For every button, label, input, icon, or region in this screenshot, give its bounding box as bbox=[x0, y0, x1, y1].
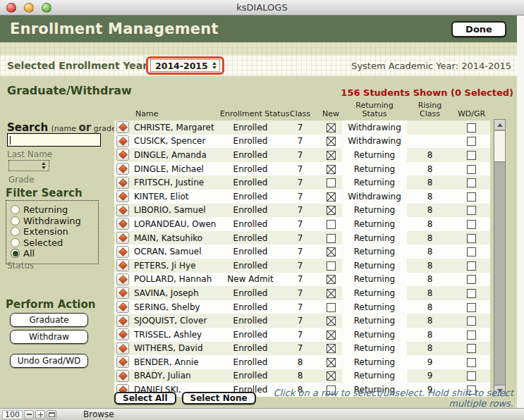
table-row[interactable]: SAVINA, JosephEnrolled7Returning8 bbox=[114, 286, 490, 300]
table-row[interactable]: DINGLE, AmandaEnrolled7Returning8 bbox=[114, 148, 490, 162]
table-row[interactable]: TRISSEL, AshleyEnrolled7Returning8 bbox=[114, 328, 490, 342]
withdraw-button[interactable]: Withdraw bbox=[10, 330, 88, 344]
wdgr-checkbox[interactable] bbox=[467, 192, 476, 202]
table-row[interactable]: BRADY, JulianEnrolled8Returning9 bbox=[114, 369, 490, 383]
student-detail-button[interactable] bbox=[116, 328, 129, 340]
graduate-button[interactable]: Graduate bbox=[10, 313, 88, 327]
done-button[interactable]: Done bbox=[451, 21, 506, 37]
wdgr-checkbox[interactable] bbox=[467, 220, 476, 229]
enrollment-year-select[interactable]: 2014-2015 bbox=[150, 59, 220, 72]
table-row[interactable]: MAIN, KatsuhikoEnrolled7Returning8 bbox=[114, 231, 490, 245]
wdgr-checkbox[interactable] bbox=[467, 151, 476, 160]
filter-option-withdrawing[interactable]: Withdrawing bbox=[11, 216, 94, 227]
student-detail-button[interactable] bbox=[116, 218, 129, 230]
table-row[interactable]: WITHERS, DavidEnrolled7Returning8 bbox=[114, 342, 490, 356]
student-detail-button[interactable] bbox=[116, 149, 129, 161]
new-checkbox[interactable] bbox=[327, 331, 336, 340]
table-row[interactable]: FRITSCH, JustineEnrolled7Returning8 bbox=[114, 175, 490, 190]
wdgr-checkbox[interactable] bbox=[467, 358, 476, 367]
wdgr-checkbox[interactable] bbox=[467, 234, 476, 243]
wdgr-checkbox[interactable] bbox=[467, 289, 476, 298]
wdgr-checkbox[interactable] bbox=[467, 123, 476, 132]
student-detail-button[interactable] bbox=[116, 190, 129, 202]
radio-button-icon[interactable] bbox=[11, 227, 20, 236]
table-row[interactable]: LORANDEAU, OwenEnrolled7Returning8 bbox=[114, 217, 490, 231]
new-checkbox[interactable] bbox=[327, 137, 336, 146]
filter-option-all[interactable]: All bbox=[11, 248, 94, 259]
radio-button-icon[interactable] bbox=[11, 205, 20, 214]
wdgr-checkbox[interactable] bbox=[467, 303, 476, 312]
table-row[interactable]: LIBORIO, SamuelEnrolled7Returning8 bbox=[114, 204, 490, 218]
new-checkbox[interactable] bbox=[327, 178, 336, 187]
new-checkbox[interactable] bbox=[327, 261, 336, 271]
table-row[interactable]: DINGLE, MichaelEnrolled7Returning8 bbox=[114, 162, 490, 176]
table-row[interactable]: SERING, ShelbyEnrolled7Returning8 bbox=[114, 300, 490, 314]
new-checkbox[interactable] bbox=[327, 358, 336, 367]
new-checkbox[interactable] bbox=[327, 123, 336, 132]
wdgr-checkbox[interactable] bbox=[467, 261, 476, 271]
filter-option-extension[interactable]: Extension bbox=[11, 226, 94, 237]
zoom-out-button[interactable] bbox=[24, 410, 34, 419]
table-row[interactable]: SJOQUIST, CloverEnrolled7Returning8 bbox=[114, 314, 490, 328]
wdgr-checkbox[interactable] bbox=[467, 344, 476, 353]
student-detail-button[interactable] bbox=[116, 315, 129, 327]
wdgr-checkbox[interactable] bbox=[467, 371, 476, 381]
table-row[interactable]: KINTER, EliotEnrolled7Withdrawing8 bbox=[114, 190, 490, 204]
table-row[interactable]: CUSICK, SpencerEnrolled7Withdrawing bbox=[114, 135, 490, 149]
student-detail-button[interactable] bbox=[116, 342, 129, 354]
new-checkbox[interactable] bbox=[327, 303, 336, 312]
student-detail-button[interactable] bbox=[116, 273, 129, 285]
select-all-button[interactable]: Select All bbox=[114, 392, 176, 404]
radio-button-icon[interactable] bbox=[11, 216, 20, 226]
toggle-statusbar-button[interactable] bbox=[47, 410, 56, 419]
student-detail-button[interactable] bbox=[116, 246, 129, 258]
table-row[interactable]: POLLARD, HannahNew Admit7Returning8 bbox=[114, 273, 490, 287]
new-checkbox[interactable] bbox=[327, 165, 336, 174]
wdgr-checkbox[interactable] bbox=[467, 247, 476, 257]
radio-button-icon[interactable] bbox=[11, 249, 20, 258]
mode-selector[interactable]: Browse bbox=[83, 409, 114, 419]
new-checkbox[interactable] bbox=[327, 220, 336, 229]
wdgr-checkbox[interactable] bbox=[467, 316, 476, 326]
new-checkbox[interactable] bbox=[327, 192, 336, 202]
student-detail-button[interactable] bbox=[116, 259, 129, 271]
student-detail-button[interactable] bbox=[116, 204, 129, 216]
student-detail-button[interactable] bbox=[116, 121, 129, 133]
student-detail-button[interactable] bbox=[116, 177, 129, 189]
last-name-search-input[interactable] bbox=[7, 133, 101, 147]
grade-select[interactable] bbox=[8, 160, 49, 171]
scrollbar-thumb[interactable] bbox=[494, 131, 505, 162]
wdgr-checkbox[interactable] bbox=[467, 165, 476, 174]
new-checkbox[interactable] bbox=[327, 247, 336, 257]
table-row[interactable]: BENDER, AnnieEnrolled8Returning9 bbox=[114, 355, 490, 369]
wdgr-checkbox[interactable] bbox=[467, 137, 476, 146]
student-detail-button[interactable] bbox=[116, 356, 129, 368]
wdgr-checkbox[interactable] bbox=[467, 331, 476, 340]
zoom-in-button[interactable] bbox=[35, 410, 45, 419]
undo-grad-wd-button[interactable]: Undo Grad/WD bbox=[10, 354, 88, 368]
table-row[interactable]: PETERS, Ji HyeEnrolled7Returning8 bbox=[114, 259, 490, 273]
new-checkbox[interactable] bbox=[327, 371, 336, 381]
wdgr-checkbox[interactable] bbox=[467, 206, 476, 215]
filter-option-returning[interactable]: Returning bbox=[11, 204, 94, 216]
new-checkbox[interactable] bbox=[327, 289, 336, 298]
student-detail-button[interactable] bbox=[116, 301, 129, 313]
wdgr-checkbox[interactable] bbox=[467, 178, 476, 187]
student-detail-button[interactable] bbox=[116, 163, 129, 175]
student-detail-button[interactable] bbox=[116, 232, 129, 244]
student-detail-button[interactable] bbox=[116, 135, 129, 147]
wdgr-checkbox[interactable] bbox=[467, 275, 476, 284]
new-checkbox[interactable] bbox=[327, 344, 336, 353]
new-checkbox[interactable] bbox=[327, 275, 336, 284]
new-checkbox[interactable] bbox=[327, 151, 336, 160]
new-checkbox[interactable] bbox=[327, 206, 336, 215]
student-detail-button[interactable] bbox=[116, 287, 129, 299]
select-none-button[interactable]: Select None bbox=[182, 392, 256, 404]
new-checkbox[interactable] bbox=[327, 316, 336, 326]
scroll-up-arrow[interactable] bbox=[494, 120, 505, 130]
radio-button-icon[interactable] bbox=[11, 238, 20, 247]
table-row[interactable]: CHRISTE, MargaretEnrolled7Withdrawing bbox=[114, 121, 490, 135]
table-scrollbar[interactable] bbox=[494, 119, 506, 396]
new-checkbox[interactable] bbox=[327, 234, 336, 243]
student-detail-button[interactable] bbox=[116, 370, 129, 382]
